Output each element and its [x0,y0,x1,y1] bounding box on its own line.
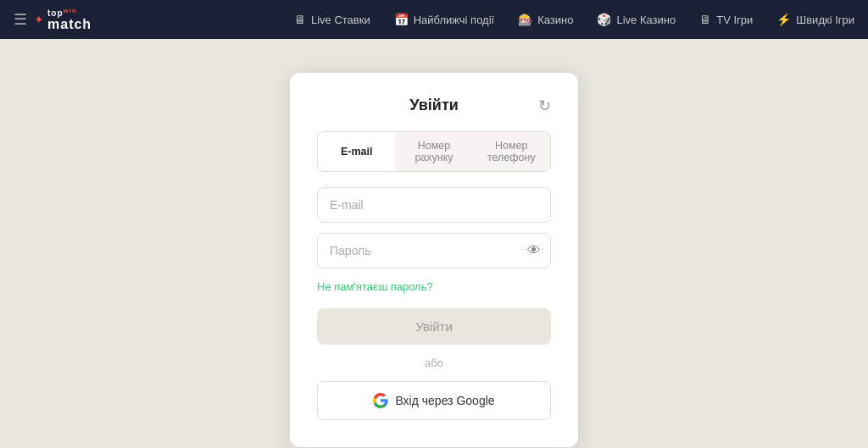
nav-fast-games[interactable]: ⚡ Швидкі Ігри [776,13,854,26]
password-input[interactable] [317,233,551,268]
google-login-label: Вхід через Google [395,394,494,407]
nav-live-casino-label: Live Казино [616,14,676,26]
header: ☰ ✦ topwin match 🖥 Live Ставки 📅 Найближ… [0,0,868,39]
refresh-button[interactable]: ↻ [538,97,551,115]
nav-live-bets[interactable]: 🖥 Live Ставки [294,13,370,26]
email-input[interactable] [317,187,551,223]
google-icon [373,393,388,408]
nav-tv-games[interactable]: 🖥 TV Ігри [699,13,753,26]
nav-live-bets-label: Live Ставки [311,14,370,26]
nav-live-casino[interactable]: 🎲 Live Казино [597,13,676,26]
logo-win: win [64,7,77,14]
email-input-group [317,187,551,223]
nav-casino-label: Казино [537,14,573,26]
card-header: Увійти ↻ [317,97,551,114]
logo: ✦ topwin match [34,8,92,31]
nav-upcoming-events[interactable]: 📅 Найближчі події [394,13,494,26]
or-divider: або [317,357,551,369]
tv-games-icon: 🖥 [699,13,711,26]
google-login-button[interactable]: Вхід через Google [317,381,551,420]
tab-phone-number[interactable]: Номер телефону [473,132,550,171]
password-input-group: 👁 [317,233,551,268]
casino-icon: 🎰 [518,13,532,26]
live-bets-icon: 🖥 [294,13,306,26]
logo-bottom: match [47,18,92,31]
main-content: Увійти ↻ E-mail Номер рахунку Номер теле… [0,39,868,448]
tab-account-number[interactable]: Номер рахунку [395,132,472,171]
toggle-password-button[interactable]: 👁 [527,243,541,258]
tab-email[interactable]: E-mail [318,132,395,171]
eye-icon: 👁 [527,243,541,257]
card-title: Увійти [409,97,459,114]
main-nav: 🖥 Live Ставки 📅 Найближчі події 🎰 Казино… [294,13,854,26]
nav-tv-games-label: TV Ігри [716,14,753,26]
fast-games-icon: ⚡ [776,13,791,26]
forgot-password-link[interactable]: Не пам'ятаєш пароль? [317,280,433,293]
upcoming-events-icon: 📅 [394,13,409,26]
live-casino-icon: 🎲 [597,13,611,26]
logo-star: ✦ [34,13,44,26]
logo-text: topwin match [47,8,92,31]
nav-upcoming-events-label: Найближчі події [414,14,494,26]
login-card: Увійти ↻ E-mail Номер рахунку Номер теле… [290,73,578,447]
login-tabs: E-mail Номер рахунку Номер телефону [317,131,551,172]
nav-casino[interactable]: 🎰 Казино [518,13,573,26]
login-button[interactable]: Увійти [317,308,551,345]
menu-button[interactable]: ☰ [14,10,27,29]
nav-fast-games-label: Швидкі Ігри [796,14,854,26]
